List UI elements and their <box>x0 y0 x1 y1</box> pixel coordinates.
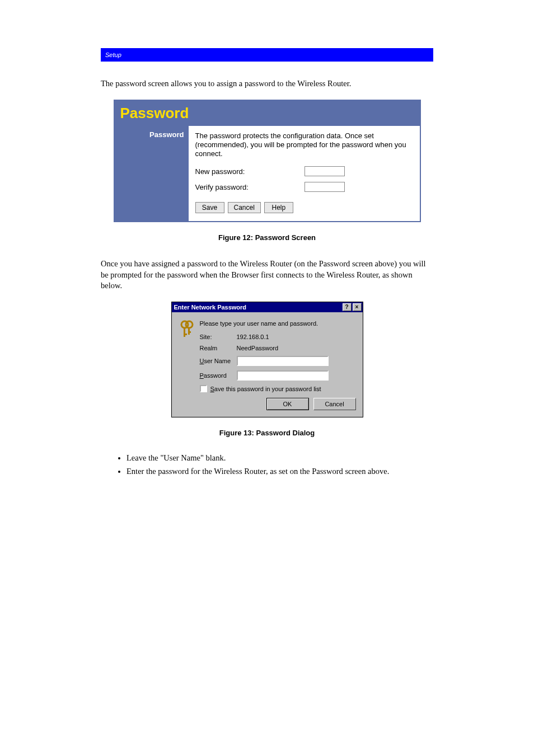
svg-rect-5 <box>188 331 191 333</box>
page-header-bar: Setup <box>101 48 433 62</box>
figure-caption-2: Figure 13: Password Dialog <box>0 429 534 437</box>
save-button[interactable]: Save <box>195 202 224 213</box>
new-password-label: New password: <box>195 167 305 176</box>
header-left-text: Setup <box>105 51 121 58</box>
verify-password-input[interactable] <box>305 182 345 192</box>
realm-value: NeedPassword <box>237 345 279 351</box>
dialog-title: Enter Network Password <box>174 304 247 311</box>
password-section-label: Password <box>115 126 189 222</box>
save-password-checkbox[interactable] <box>200 385 207 392</box>
username-label: User Name <box>200 358 237 364</box>
network-password-dialog: Enter Network Password ? × Please type y… <box>171 302 363 417</box>
password-description: The password protects the configuration … <box>195 132 413 159</box>
dialog-close-button[interactable]: × <box>353 303 362 311</box>
key-icon <box>179 320 194 339</box>
password-panel: Password Password The password protects … <box>114 100 421 223</box>
figure-caption-1: Figure 12: Password Screen <box>0 233 534 242</box>
new-password-input[interactable] <box>305 166 345 176</box>
ok-button[interactable]: OK <box>266 398 309 410</box>
password-input[interactable] <box>237 370 329 381</box>
help-button[interactable]: Help <box>264 202 293 213</box>
dialog-help-button[interactable]: ? <box>343 303 352 311</box>
svg-rect-3 <box>184 334 187 335</box>
save-password-label: Save this password in your password list <box>210 386 321 392</box>
cancel-button[interactable]: Cancel <box>228 202 261 213</box>
site-label: Site: <box>200 334 237 340</box>
svg-point-1 <box>186 321 193 328</box>
svg-rect-2 <box>184 328 185 337</box>
password-panel-title: Password <box>115 101 420 126</box>
after-text-1: Once you have assigned a password to the… <box>101 259 433 292</box>
list-item: Enter the password for the Wireless Rout… <box>127 466 416 477</box>
dialog-cancel-button[interactable]: Cancel <box>313 398 356 410</box>
intro-text: The password screen allows you to assign… <box>101 78 433 90</box>
password-label: Password <box>200 372 237 379</box>
verify-password-label: Verify password: <box>195 183 305 191</box>
bullet-list: Leave the "User Name" blank. Enter the p… <box>127 453 416 477</box>
site-value: 192.168.0.1 <box>237 334 269 340</box>
username-input[interactable] <box>237 356 329 366</box>
dialog-prompt: Please type your user name and password. <box>200 320 356 327</box>
realm-label: Realm <box>200 345 237 351</box>
list-item: Leave the "User Name" blank. <box>127 453 416 464</box>
